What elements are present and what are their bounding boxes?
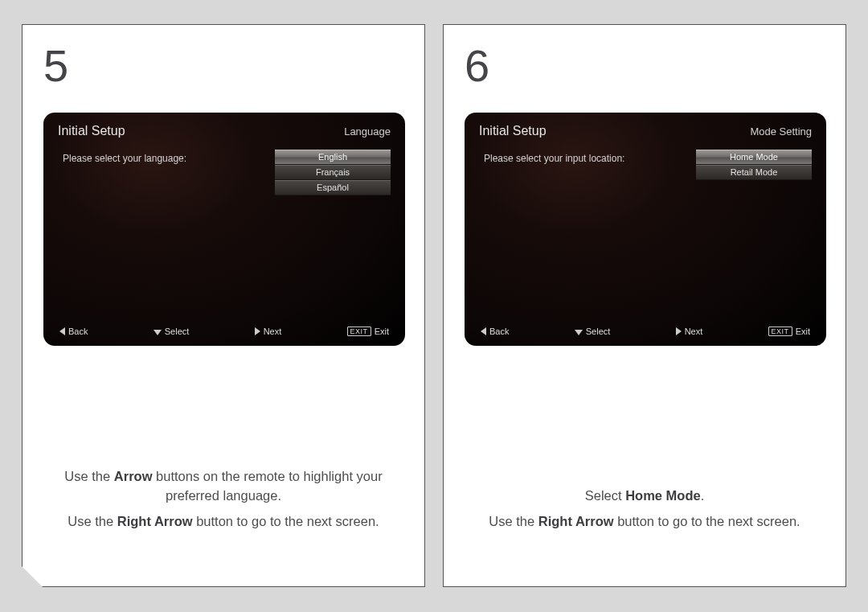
hint-exit: EXIT Exit xyxy=(347,327,389,336)
instruction-line-2: Use the Right Arrow button to go to the … xyxy=(43,512,403,532)
tv-section: Language xyxy=(344,125,391,138)
hint-select: Select xyxy=(154,327,190,336)
tv-header: Initial Setup Language xyxy=(43,113,405,145)
hint-select: Select xyxy=(575,327,611,336)
tv-prompt: Please select your language: xyxy=(63,150,265,195)
step-number: 5 xyxy=(43,39,403,92)
tv-title: Initial Setup xyxy=(479,124,547,138)
tv-title: Initial Setup xyxy=(58,124,125,138)
step-card-5: 5 Initial Setup Language Please select y… xyxy=(22,24,425,587)
exit-badge: EXIT xyxy=(768,327,792,336)
tv-footer: Back Select Next EXIT Exit xyxy=(465,318,826,346)
hint-select-label: Select xyxy=(586,327,611,336)
tv-options: Home Mode Retail Mode xyxy=(696,150,812,180)
arrow-updown-icon xyxy=(154,329,162,335)
tv-section: Mode Setting xyxy=(750,125,812,138)
instructions: Select Home Mode. Use the Right Arrow bu… xyxy=(465,487,825,538)
option-home-mode[interactable]: Home Mode xyxy=(696,150,812,165)
arrow-left-icon xyxy=(59,327,65,335)
hint-select-label: Select xyxy=(165,327,190,336)
hint-back: Back xyxy=(59,327,88,336)
hint-exit-label: Exit xyxy=(375,327,389,336)
instructions: Use the Arrow buttons on the remote to h… xyxy=(43,467,403,538)
option-espanol[interactable]: Español xyxy=(275,180,391,195)
step-card-6: 6 Initial Setup Mode Setting Please sele… xyxy=(443,24,846,587)
tv-options: English Français Español xyxy=(275,150,391,195)
tv-body: Please select your language: English Fra… xyxy=(43,145,405,195)
hint-next: Next xyxy=(676,327,703,336)
tv-screen-mode: Initial Setup Mode Setting Please select… xyxy=(465,113,826,346)
arrow-right-icon xyxy=(255,327,260,335)
option-francais[interactable]: Français xyxy=(275,165,391,180)
tv-screen-language: Initial Setup Language Please select you… xyxy=(43,113,405,346)
step-number: 6 xyxy=(465,39,825,92)
hint-exit-label: Exit xyxy=(796,327,810,336)
tv-body: Please select your input location: Home … xyxy=(465,145,826,180)
tv-prompt: Please select your input location: xyxy=(484,150,686,180)
hint-back: Back xyxy=(481,327,509,336)
hint-next-label: Next xyxy=(685,327,703,336)
page-wrap: 5 Initial Setup Language Please select y… xyxy=(22,24,846,587)
option-retail-mode[interactable]: Retail Mode xyxy=(696,165,812,180)
tv-header: Initial Setup Mode Setting xyxy=(465,113,826,145)
hint-next: Next xyxy=(255,327,282,336)
hint-back-label: Back xyxy=(68,327,88,336)
option-english[interactable]: English xyxy=(275,150,391,165)
instruction-line-2: Use the Right Arrow button to go to the … xyxy=(465,512,825,532)
instruction-line-1: Use the Arrow buttons on the remote to h… xyxy=(43,467,403,506)
hint-exit: EXIT Exit xyxy=(768,327,810,336)
hint-back-label: Back xyxy=(489,327,509,336)
arrow-left-icon xyxy=(481,327,486,335)
exit-badge: EXIT xyxy=(347,327,371,336)
arrow-updown-icon xyxy=(575,329,583,335)
instruction-line-1: Select Home Mode. xyxy=(465,487,825,506)
hint-next-label: Next xyxy=(264,327,282,336)
arrow-right-icon xyxy=(676,327,682,335)
tv-footer: Back Select Next EXIT Exit xyxy=(43,318,405,346)
